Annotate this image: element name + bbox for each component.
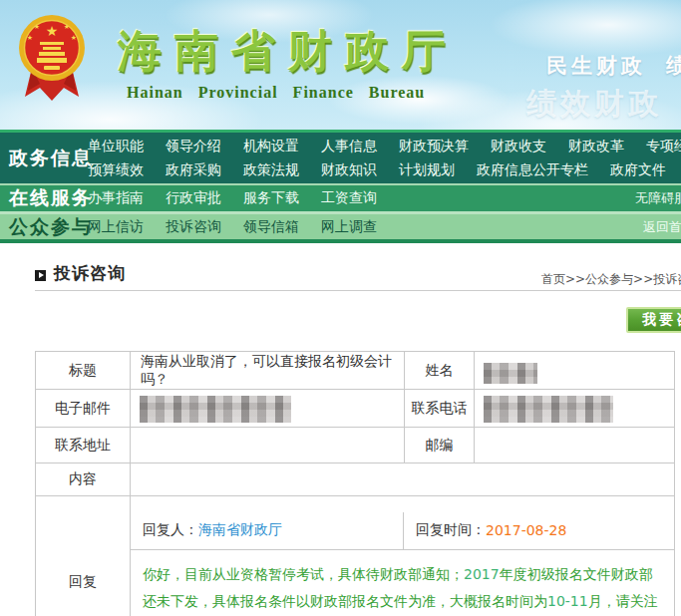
complaint-detail-table: 标题 海南从业取消了，可以直接报名初级会计吗？ 姓名 电子邮件 联系电话 联系地… [35,351,675,616]
address-label: 联系地址 [36,428,131,463]
svg-text:★: ★ [34,23,40,31]
svg-text:★: ★ [71,34,77,42]
nav-section-label: 公众参与 [9,214,93,240]
nav-item-policies[interactable]: 政策法规 [243,161,299,179]
header-slogans: 民生财政绩效财政 [546,52,681,80]
table-row-title: 标题 海南从业取消了，可以直接报名初级会计吗？ 姓名 [36,352,675,390]
nav-item-fiscal-revenue[interactable]: 财政收支 [491,138,546,155]
zip-value [475,428,675,463]
section-bullet-icon [35,270,46,281]
content-label: 内容 [36,463,131,496]
table-row-contact: 电子邮件 联系电话 [36,390,675,428]
reply-time-cell: 回复时间：2017-08-28 [404,512,674,549]
nav-item-budget-accounts[interactable]: 财政预决算 [399,138,469,155]
header-watermark: 绩效财政 [526,84,662,125]
breadcrumb[interactable]: 首页>>公众参与>>投诉咨询 [541,271,681,288]
nav-item-online-petition[interactable]: 网上信访 [88,218,144,236]
nav-item-service-guide[interactable]: 办事指南 [88,189,144,207]
masked-name-value [484,363,537,384]
reply-time-value: 2017-08-28 [486,522,566,538]
replier-cell: 回复人：海南省财政厅 [131,512,404,549]
nav-item-fiscal-reform[interactable]: 财政改革 [568,138,624,155]
nav-row-public-participation: 公众参与 网上信访 投诉咨询 领导信箱 网上调查 返回首页 [0,214,681,239]
national-emblem-icon: ★ ★ ★ ★ ★ [18,8,86,105]
masked-email-value [140,396,291,423]
site-header: ★ ★ ★ ★ ★ 海南省财政厅 Hainan Provincial Finan… [0,0,681,130]
title-label: 标题 [36,352,131,390]
nav-item-budget-performance[interactable]: 预算绩效 [88,161,144,179]
nav-item-admin-approval[interactable]: 行政审批 [166,189,221,207]
masked-phone-value [484,396,613,423]
nav-item-salary-inquiry[interactable]: 工资查询 [321,189,377,207]
nav-line: 网上信访 投诉咨询 领导信箱 网上调查 [88,218,377,236]
replier-name-link[interactable]: 海南省财政厅 [198,521,282,539]
svg-text:★: ★ [27,34,33,42]
zip-label: 邮编 [405,428,475,463]
page-title: 投诉咨询 [54,262,126,285]
email-value-cell [131,390,405,428]
nav-section-label: 政务信息 [9,146,93,171]
nav-item-leader-mailbox[interactable]: 领导信箱 [243,218,299,236]
nav-bottom-divider [0,239,681,243]
slogan-right: 绩效财政 [666,54,681,78]
table-row-address: 联系地址 邮编 [36,428,675,463]
reply-meta: 回复人：海南省财政厅 回复时间：2017-08-28 [131,512,674,550]
nav-item-finance-knowledge[interactable]: 财政知识 [321,161,377,179]
title-divider [35,290,681,291]
reply-cell: 回复人：海南省财政厅 回复时间：2017-08-28 你好，目前从业资格暂停考试… [131,496,675,616]
name-value-cell [475,352,675,390]
nav-item-gov-documents[interactable]: 政府文件 [610,161,666,179]
address-value [131,428,405,463]
nav-item-special-funds[interactable]: 专项经费 [646,138,681,155]
site-subtitle: Hainan Provincial Finance Bureau [127,84,425,102]
nav-link-accessibility[interactable]: 无障碍服务 [635,189,681,207]
table-row-content: 内容 [36,463,675,496]
replier-label: 回复人： [143,521,198,539]
nav-item-personnel[interactable]: 人事信息 [321,138,377,155]
content-value [131,463,675,496]
nav-row-government-info: 政务信息 单位职能 领导介绍 机构设置 人事信息 财政预决算 财政收支 财政改革… [0,133,681,183]
table-row-reply: 回复 回复人：海南省财政厅 回复时间：2017-08-28 你好，目前从业资格暂… [36,496,675,616]
reply-text-year: 2017 [464,566,500,582]
nav-item-leaders[interactable]: 领导介绍 [166,138,221,155]
reply-time-label: 回复时间： [416,521,486,539]
nav-link-back-home[interactable]: 返回首页 [643,218,681,236]
nav-row-online-services: 在线服务 办事指南 行政审批 服务下载 工资查询 无障碍服务 [0,185,681,211]
nav-item-gov-procurement[interactable]: 政府采购 [166,161,221,179]
svg-text:★: ★ [64,23,70,31]
nav-item-info-disclosure[interactable]: 政府信息公开专栏 [477,161,588,179]
svg-text:★: ★ [46,23,59,39]
nav-line-2: 预算绩效 政府采购 政策法规 财政知识 计划规划 政府信息公开专栏 政府文件 [88,161,666,179]
reply-label: 回复 [36,496,131,616]
nav-item-org-structure[interactable]: 机构设置 [243,138,299,155]
phone-value-cell [475,390,675,428]
email-label: 电子邮件 [36,390,131,428]
reply-text: 你好，目前从业资格暂停考试，具体待财政部通知；2017年度初级报名文件财政部还未… [131,550,674,616]
nav-line: 办事指南 行政审批 服务下载 工资查询 [88,189,377,207]
nav-section-label: 在线服务 [9,185,93,211]
nav-line-1: 单位职能 领导介绍 机构设置 人事信息 财政预决算 财政收支 财政改革 专项经费 [88,138,681,155]
consult-button[interactable]: 我要咨询 [626,307,681,333]
nav-item-online-survey[interactable]: 网上调查 [321,218,377,236]
page-root: ★ ★ ★ ★ ★ 海南省财政厅 Hainan Provincial Finan… [0,0,681,616]
reply-text-months: 10-11 [547,593,588,609]
nav-item-complaint-consult[interactable]: 投诉咨询 [166,218,221,236]
nav-item-planning[interactable]: 计划规划 [399,161,455,179]
nav-item-unit-functions[interactable]: 单位职能 [88,138,144,155]
slogan-left: 民生财政 [546,54,646,78]
nav-item-downloads[interactable]: 服务下载 [243,189,299,207]
name-label: 姓名 [405,352,475,390]
reply-text-segment: 你好，目前从业资格暂停考试，具体待财政部通知； [143,566,464,582]
phone-label: 联系电话 [405,390,475,428]
site-title: 海南省财政厅 [118,22,459,81]
title-value: 海南从业取消了，可以直接报名初级会计吗？ [131,352,405,390]
